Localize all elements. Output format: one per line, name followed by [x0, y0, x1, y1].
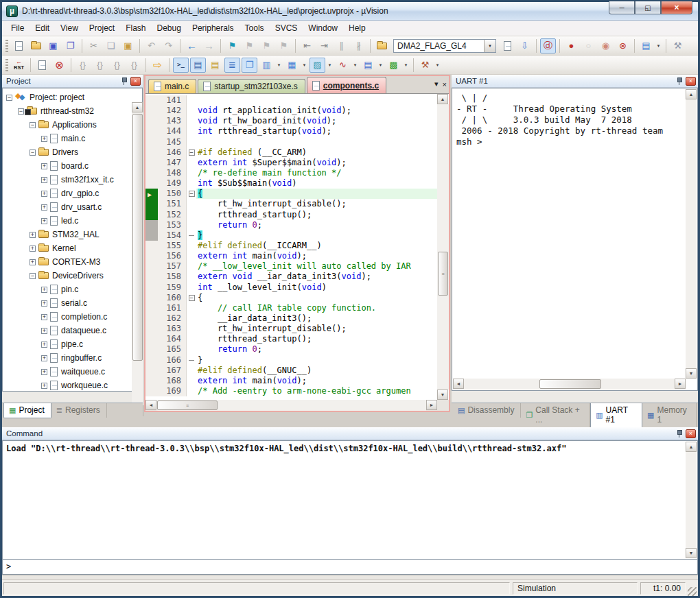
undo-icon[interactable]: ↶	[143, 38, 159, 53]
run-icon[interactable]	[34, 58, 50, 73]
menu-project[interactable]: Project	[84, 21, 120, 35]
code-line[interactable]: 153 return 0;	[145, 220, 437, 230]
pin-icon[interactable]	[674, 429, 684, 438]
scroll-track[interactable]: ≡	[437, 104, 449, 390]
toolbox-peripherals-icon[interactable]: ▩	[386, 58, 401, 73]
restore-views-icon[interactable]: ▤	[638, 38, 654, 53]
step-out-icon[interactable]: {}	[109, 58, 125, 73]
tree-expand-icon[interactable]: +	[41, 163, 47, 169]
scroll-down-icon[interactable]: ▼	[686, 368, 697, 379]
scroll-track[interactable]	[686, 99, 697, 368]
uart-terminal[interactable]: \ | /- RT - Thread Operating System / | …	[452, 88, 698, 391]
call-stack-window-icon[interactable]: ❐	[242, 58, 257, 73]
copy-icon[interactable]: ❏	[103, 38, 119, 53]
code-line[interactable]: 148/* re-define main function */	[145, 168, 437, 178]
code-line[interactable]: 154}	[145, 230, 437, 241]
command-output[interactable]: Load "D:\\rt-thread\\rt-thread-3.0.3\\bs…	[2, 440, 698, 560]
tree-expand-icon[interactable]: +	[41, 177, 47, 183]
scroll-track[interactable]: ≡	[156, 400, 426, 411]
watch-windows-icon[interactable]: ▥	[259, 58, 275, 73]
navigate-back-icon[interactable]: ←	[184, 38, 200, 53]
navigate-forward-icon[interactable]: →	[201, 38, 217, 53]
tree-expand-icon[interactable]: +	[41, 342, 47, 348]
system-viewer-icon[interactable]: ▤	[360, 58, 376, 73]
dropdown-arrow-icon[interactable]: ▼	[326, 58, 334, 73]
tree-collapse-icon[interactable]: −	[18, 108, 24, 115]
tree-item[interactable]: +main.c	[3, 132, 130, 145]
code-line[interactable]: 146−#if defined (__CC_ARM)	[145, 147, 437, 158]
tree-expand-icon[interactable]: +	[30, 246, 36, 252]
command-window-icon[interactable]: >_	[173, 58, 189, 73]
code-line[interactable]: 141	[145, 95, 437, 106]
close-icon[interactable]: ×	[130, 77, 141, 86]
tree-item[interactable]: +led.c	[3, 214, 130, 228]
tree-expand-icon[interactable]: +	[30, 232, 36, 238]
tree-expand-icon[interactable]: +	[41, 369, 47, 375]
bookmark-next-icon[interactable]: ⚑	[259, 38, 275, 53]
serial-windows-icon[interactable]: ▨	[310, 58, 325, 73]
scroll-right-icon[interactable]: ►	[675, 379, 686, 389]
tree-expand-icon[interactable]: +	[41, 218, 47, 224]
reset-icon[interactable]: ←RST	[11, 58, 27, 73]
scroll-right-icon[interactable]: ►	[426, 400, 437, 410]
bookmark-toggle-icon[interactable]: ⚑	[224, 38, 240, 53]
toolbar-grip[interactable]	[5, 40, 8, 52]
tree-expand-icon[interactable]: +	[41, 328, 47, 334]
registers-window-icon[interactable]: ≣	[224, 58, 240, 73]
fold-end-icon[interactable]	[187, 230, 196, 241]
tree-item[interactable]: −rtthread-stm32	[3, 104, 130, 118]
insert-breakpoint-icon[interactable]: ●	[563, 38, 579, 53]
tree-collapse-icon[interactable]: −	[6, 95, 12, 101]
tab-components-c[interactable]: components.c	[307, 77, 386, 93]
scroll-down-icon[interactable]: ▼	[437, 390, 448, 400]
dropdown-arrow-icon[interactable]: ▼	[275, 58, 283, 73]
tree-collapse-icon[interactable]: −	[30, 122, 36, 128]
bookmark-previous-icon[interactable]: ⚑	[242, 38, 257, 53]
scroll-track[interactable]	[132, 112, 143, 405]
code-line[interactable]: 145	[145, 137, 437, 147]
analysis-windows-icon[interactable]: ∿	[335, 58, 351, 73]
tab-memory-1[interactable]: ▦Memory 1	[642, 403, 697, 427]
code-line[interactable]: 158extern void __iar_data_init3(void);	[145, 272, 437, 282]
show-current-statement-icon[interactable]: ⇨	[150, 58, 165, 73]
close-active-tab-icon[interactable]: ×	[443, 80, 447, 88]
find-in-files-icon[interactable]	[374, 38, 390, 53]
menu-svcs[interactable]: SVCS	[270, 21, 303, 35]
fold-end-icon[interactable]	[187, 355, 196, 366]
menu-view[interactable]: View	[55, 21, 84, 35]
fold-open-icon[interactable]: −	[187, 293, 196, 303]
tree-collapse-icon[interactable]: −	[30, 150, 36, 156]
tree-expand-icon[interactable]: +	[41, 287, 47, 293]
fold-open-icon[interactable]: −	[187, 189, 196, 199]
code-line[interactable]: 166}	[145, 355, 437, 366]
comment-selection-icon[interactable]: ∥	[334, 38, 349, 53]
tree-item[interactable]: +workqueue.c	[3, 379, 130, 391]
tree-item[interactable]: −Applications	[3, 118, 130, 132]
tab-list-dropdown-icon[interactable]: ▾	[434, 80, 439, 88]
resize-grip[interactable]	[688, 587, 697, 596]
tree-item[interactable]: +waitqueue.c	[3, 365, 130, 379]
tools-icon[interactable]: ⚒	[417, 58, 433, 73]
code-line[interactable]: 155#elif defined(__ICCARM__)	[145, 241, 437, 251]
scroll-track[interactable]	[686, 452, 697, 548]
tree-item[interactable]: −DeviceDrivers	[3, 269, 130, 283]
dropdown-arrow-icon[interactable]: ▼	[301, 58, 308, 73]
tree-expand-icon[interactable]: +	[41, 355, 47, 361]
code-line[interactable]: ▶150−{	[145, 189, 437, 199]
tree-item[interactable]: +drv_usart.c	[3, 200, 130, 214]
code-line[interactable]: 168extern int main(void);	[145, 376, 437, 386]
tree-item[interactable]: −Drivers	[3, 145, 130, 159]
tree-expand-icon[interactable]: +	[41, 314, 47, 320]
symbol-window-icon[interactable]: ▤	[207, 58, 223, 73]
tree-expand-icon[interactable]: +	[41, 383, 47, 389]
scroll-up-icon[interactable]: ▲	[686, 442, 697, 452]
tree-item[interactable]: +CORTEX-M3	[3, 255, 130, 269]
menu-window[interactable]: Window	[303, 21, 343, 35]
editor-horizontal-scrollbar[interactable]: ◄ ≡ ►	[145, 400, 437, 411]
menu-edit[interactable]: Edit	[30, 21, 55, 35]
configure-uvision-icon[interactable]: ⚒	[670, 38, 686, 53]
tree-collapse-icon[interactable]: −	[30, 273, 36, 279]
pin-icon[interactable]	[119, 77, 128, 86]
code-line[interactable]: 151 rt_hw_interrupt_disable();	[145, 199, 437, 209]
tree-item[interactable]: +dataqueue.c	[3, 324, 130, 337]
